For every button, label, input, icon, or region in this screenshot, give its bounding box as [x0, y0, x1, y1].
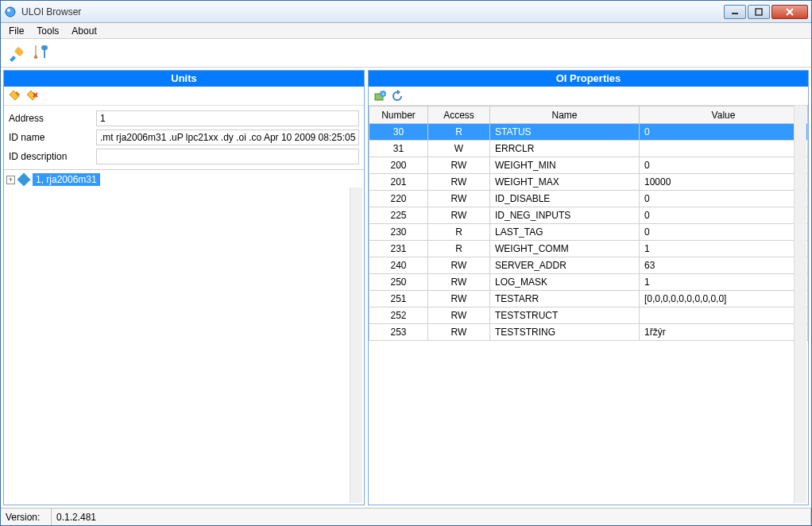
col-number[interactable]: Number [369, 106, 428, 124]
scrollbar[interactable] [794, 106, 806, 503]
table-row[interactable]: 251RWTESTARR[0,0,0,0,0,0,0,0,0,0] [369, 291, 808, 307]
table-row[interactable]: 201RWWEIGHT_MAX10000 [369, 174, 808, 191]
units-panel-title: Units [4, 71, 364, 87]
titlebar[interactable]: ULOI Browser [1, 1, 811, 23]
iddesc-input[interactable] [96, 149, 359, 164]
menu-tools[interactable]: Tools [37, 25, 59, 37]
cell-value[interactable]: 0 [640, 224, 808, 241]
main-toolbar [1, 39, 811, 68]
cell-access[interactable]: RW [428, 191, 490, 207]
cell-number[interactable]: 30 [369, 124, 428, 141]
svg-marker-6 [10, 56, 16, 62]
cell-value[interactable] [640, 307, 808, 324]
cell-access[interactable]: R [428, 224, 490, 241]
cell-value[interactable] [640, 141, 808, 157]
cell-access[interactable]: RW [428, 307, 490, 324]
cell-name[interactable]: LOG_MASK [490, 274, 640, 291]
cell-access[interactable]: R [428, 241, 490, 257]
col-name[interactable]: Name [490, 106, 640, 124]
cell-access[interactable]: RW [428, 157, 490, 174]
properties-grid-container[interactable]: Number Access Name Value 30RSTATUS031WER… [369, 106, 808, 505]
cell-number[interactable]: 251 [369, 291, 428, 307]
table-row[interactable]: 225RWID_NEG_INPUTS0 [369, 207, 808, 224]
cell-value[interactable]: 1 [640, 274, 808, 291]
table-row[interactable]: 230RLAST_TAG0 [369, 224, 808, 241]
cell-name[interactable]: WEIGHT_MAX [490, 174, 640, 191]
cell-value[interactable]: 10000 [640, 174, 808, 191]
cell-value[interactable]: 0 [640, 124, 808, 141]
table-row[interactable]: 240RWSERVER_ADDR63 [369, 257, 808, 274]
cell-name[interactable]: TESTSTRUCT [490, 307, 640, 324]
scrollbar[interactable] [350, 188, 362, 503]
cell-name[interactable]: WEIGHT_MIN [490, 157, 640, 174]
cell-access[interactable]: RW [428, 207, 490, 224]
cell-value[interactable]: 0 [640, 157, 808, 174]
cell-value[interactable]: 63 [640, 257, 808, 274]
table-row[interactable]: 200RWWEIGHT_MIN0 [369, 157, 808, 174]
cell-value[interactable]: 1 [640, 241, 808, 257]
table-row[interactable]: 252RWTESTSTRUCT [369, 307, 808, 324]
menu-about[interactable]: About [72, 25, 96, 37]
cell-number[interactable]: 231 [369, 241, 428, 257]
close-button[interactable] [771, 5, 808, 19]
cell-name[interactable]: ID_NEG_INPUTS [490, 207, 640, 224]
table-row[interactable]: 31WERRCLR [369, 141, 808, 157]
cell-access[interactable]: RW [428, 257, 490, 274]
maximize-button[interactable] [748, 5, 770, 19]
status-version-label: Version: [1, 509, 52, 525]
cell-name[interactable]: STATUS [490, 124, 640, 141]
table-row[interactable]: 231RWEIGHT_COMM1 [369, 241, 808, 257]
cell-number[interactable]: 253 [369, 324, 428, 341]
expand-icon[interactable]: + [6, 176, 15, 184]
cell-access[interactable]: RW [428, 291, 490, 307]
cell-value[interactable]: [0,0,0,0,0,0,0,0,0,0] [640, 291, 808, 307]
tree-item-label[interactable]: 1, rja2006m31 [33, 173, 100, 186]
refresh-icon[interactable] [391, 90, 404, 102]
cell-access[interactable]: RW [428, 174, 490, 191]
cell-number[interactable]: 220 [369, 191, 428, 207]
cell-number[interactable]: 250 [369, 274, 428, 291]
cell-number[interactable]: 230 [369, 224, 428, 241]
unit-fields: Address ID name ID description [4, 106, 364, 169]
tools-icon[interactable] [31, 44, 50, 63]
cell-access[interactable]: RW [428, 274, 490, 291]
col-value[interactable]: Value [640, 106, 808, 124]
cell-value[interactable]: 0 [640, 207, 808, 224]
cell-name[interactable]: SERVER_ADDR [490, 257, 640, 274]
iddesc-label: ID description [9, 151, 96, 162]
menu-file[interactable]: File [9, 25, 24, 37]
cell-name[interactable]: ERRCLR [490, 141, 640, 157]
cell-number[interactable]: 201 [369, 174, 428, 191]
cell-name[interactable]: TESTARR [490, 291, 640, 307]
cell-name[interactable]: TESTSTRING [490, 324, 640, 341]
cell-value[interactable]: 0 [640, 191, 808, 207]
minimize-button[interactable] [724, 5, 746, 19]
idname-input[interactable] [96, 130, 359, 145]
add-icon[interactable]: + [373, 90, 386, 102]
cell-name[interactable]: ID_DISABLE [490, 191, 640, 207]
address-input[interactable] [96, 110, 359, 126]
edit-tag-icon[interactable] [9, 90, 21, 102]
tree-item[interactable]: + 1, rja2006m31 [6, 172, 362, 187]
cell-number[interactable]: 225 [369, 207, 428, 224]
cell-number[interactable]: 31 [369, 141, 428, 157]
flashlight-icon[interactable] [7, 44, 26, 63]
cell-access[interactable]: R [428, 124, 490, 141]
units-tree[interactable]: + 1, rja2006m31 [4, 169, 364, 505]
table-row[interactable]: 250RWLOG_MASK1 [369, 274, 808, 291]
table-row[interactable]: 253RWTESTSTRING1řžýr [369, 324, 808, 341]
col-access[interactable]: Access [428, 106, 490, 124]
table-row[interactable]: 30RSTATUS0 [369, 124, 808, 141]
cell-name[interactable]: WEIGHT_COMM [490, 241, 640, 257]
cell-number[interactable]: 200 [369, 157, 428, 174]
cell-name[interactable]: LAST_TAG [490, 224, 640, 241]
cell-access[interactable]: W [428, 141, 490, 157]
table-row[interactable]: 220RWID_DISABLE0 [369, 191, 808, 207]
delete-tag-icon[interactable] [26, 90, 39, 102]
status-version-value: 0.1.2.481 [52, 509, 811, 525]
cell-value[interactable]: 1řžýr [640, 324, 808, 341]
cell-number[interactable]: 240 [369, 257, 428, 274]
properties-toolbar: + [369, 87, 808, 106]
cell-number[interactable]: 252 [369, 307, 428, 324]
cell-access[interactable]: RW [428, 324, 490, 341]
